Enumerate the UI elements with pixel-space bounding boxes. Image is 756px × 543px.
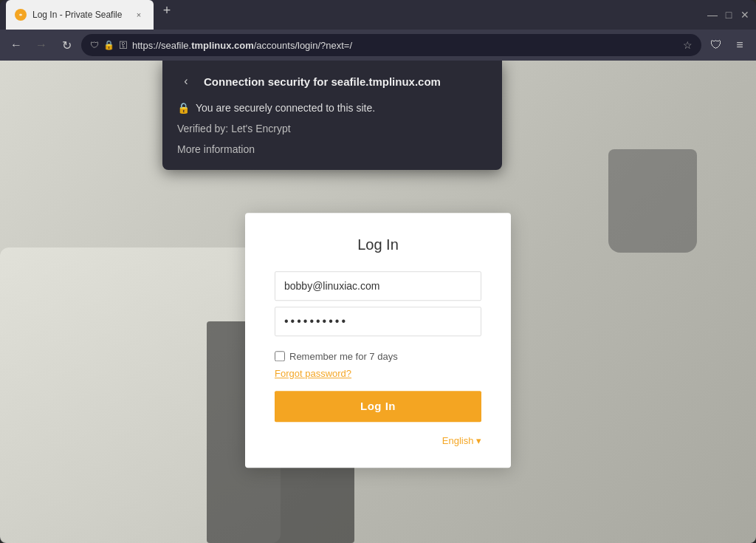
close-button[interactable]: ✕	[740, 10, 750, 20]
bookmark-icon[interactable]: ☆	[683, 39, 693, 51]
language-selector: English ▾	[275, 434, 481, 447]
security-popup: ‹ Connection security for seafile.tmplin…	[162, 61, 502, 170]
menu-button[interactable]: ≡	[729, 35, 750, 55]
forward-button[interactable]: →	[31, 35, 52, 55]
tab-title: Log In - Private Seafile	[32, 10, 127, 20]
login-title: Log In	[275, 236, 481, 253]
password-input[interactable]	[275, 307, 481, 336]
url-text: https://seafile.tmplinux.com/accounts/lo…	[132, 40, 678, 51]
popup-secure-row: 🔒 You are securely connected to this sit…	[177, 102, 487, 114]
shield-icon: 🛡	[90, 40, 99, 50]
reload-button[interactable]: ↻	[56, 35, 77, 55]
login-card: Log In Remember me for 7 days Forgot pas…	[245, 213, 511, 468]
lock-icon: 🔒	[103, 40, 114, 50]
address-bar[interactable]: 🛡 🔒 ⚿ https://seafile.tmplinux.com/accou…	[81, 34, 701, 56]
language-link[interactable]: English ▾	[442, 435, 481, 446]
popup-lock-icon: 🔒	[177, 102, 190, 114]
browser-content: ‹ Connection security for seafile.tmplin…	[0, 61, 756, 543]
maximize-button[interactable]: □	[724, 10, 734, 20]
browser-window: Log In - Private Seafile × + — □ ✕ ← → ↻…	[0, 0, 756, 543]
remember-checkbox[interactable]	[275, 351, 285, 361]
login-button[interactable]: Log In	[275, 391, 481, 422]
forgot-password-link[interactable]: Forgot password?	[275, 368, 481, 379]
remember-row: Remember me for 7 days	[275, 351, 481, 362]
url-domain: tmplinux.com	[191, 40, 254, 51]
tab-close-button[interactable]: ×	[133, 9, 145, 21]
active-tab[interactable]: Log In - Private Seafile ×	[6, 0, 154, 30]
email-input[interactable]	[275, 271, 481, 301]
popup-header: ‹ Connection security for seafile.tmplin…	[177, 72, 487, 90]
popup-title: Connection security for seafile.tmplinux…	[204, 75, 441, 88]
popup-more-info-link[interactable]: More information	[177, 143, 487, 155]
window-controls: — □ ✕	[707, 10, 750, 20]
tab-favicon	[15, 9, 27, 21]
popup-back-button[interactable]: ‹	[177, 72, 195, 90]
navigation-bar: ← → ↻ 🛡 🔒 ⚿ https://seafile.tmplinux.com…	[0, 30, 756, 61]
tab-bar: Log In - Private Seafile × +	[6, 0, 704, 30]
new-tab-button[interactable]: +	[157, 0, 177, 21]
back-button[interactable]: ←	[6, 35, 27, 55]
nav-right-icons: 🛡 ≡	[706, 35, 750, 55]
desk-cup-decoration	[608, 149, 697, 253]
remember-label: Remember me for 7 days	[289, 351, 398, 362]
popup-secure-text: You are securely connected to this site.	[196, 102, 375, 114]
firefox-shield-icon[interactable]: 🛡	[706, 35, 726, 55]
key-icon: ⚿	[119, 40, 128, 50]
popup-verified-text: Verified by: Let's Encrypt	[177, 123, 487, 134]
minimize-button[interactable]: —	[707, 10, 718, 20]
title-bar: Log In - Private Seafile × + — □ ✕	[0, 0, 756, 30]
